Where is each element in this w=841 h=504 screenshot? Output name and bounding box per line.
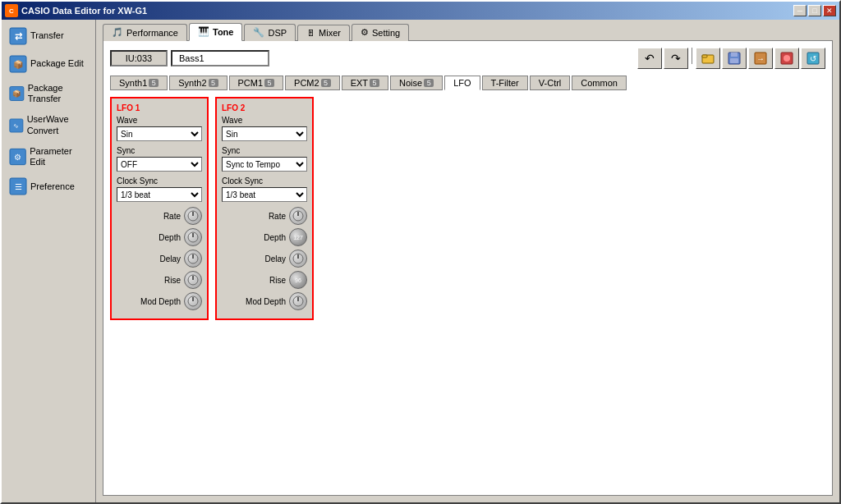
lfo2-rise-knob[interactable]: 96	[289, 271, 307, 289]
lfo-container: LFO 1 Wave Sin Triangle Saw Up Saw Down …	[110, 97, 825, 320]
lfo1-clock-select[interactable]: 1/3 beat 1/4 beat 1/2 beat 1 beat 2 beat	[117, 187, 202, 202]
mixer-tab-label: Mixer	[319, 28, 341, 38]
lfo1-rise-knob[interactable]	[184, 271, 202, 289]
knob-depth-icon	[187, 231, 199, 243]
sub-tab-pcm1[interactable]: PCM1 5	[229, 76, 284, 90]
lfo2-depth-knob[interactable]: 127	[289, 228, 307, 246]
lfo1-delay-knob[interactable]	[184, 250, 202, 268]
lfo2-clock-select[interactable]: 1/3 beat 1/4 beat 1/2 beat 1 beat 2 beat	[222, 187, 307, 202]
sidebar-item-userwave-convert[interactable]: ∿ UserWave Convert	[3, 110, 94, 140]
maximize-button[interactable]: □	[808, 5, 821, 16]
toolbar-right: ↶ ↷	[637, 48, 825, 69]
sidebar-item-package-transfer[interactable]: 📦 Package Transfer	[3, 79, 94, 108]
lfo2-wave-select[interactable]: Sin Triangle Saw Up Saw Down Square Rand…	[222, 126, 307, 141]
sidebar-label-package-transfer: Package Transfer	[28, 83, 88, 104]
sidebar: ⇄ Transfer 📦 Package Edit 📦 Package Tran…	[2, 20, 96, 502]
performance-tab-icon: 🎵	[112, 27, 123, 38]
dsp-tab-icon: 🔧	[253, 27, 264, 38]
tone-tab-label: Tone	[213, 27, 233, 37]
setting-tab-icon: ⚙	[361, 27, 369, 38]
ext-label: EXT	[351, 78, 368, 88]
lfo2-rise-label: Rise	[269, 276, 286, 285]
lfo1-box: LFO 1 Wave Sin Triangle Saw Up Saw Down …	[110, 97, 209, 320]
lfo1-clock-label: Clock Sync	[117, 176, 202, 186]
minimize-button[interactable]: ─	[793, 5, 807, 16]
toolbar-separator-1	[692, 48, 692, 64]
noise-label: Noise	[399, 78, 422, 88]
lfo1-depth-row: Depth	[117, 228, 202, 246]
svg-rect-13	[702, 55, 707, 57]
sub-tab-tfilter[interactable]: T-Filter	[482, 76, 528, 90]
transfer-icon: ⇄	[9, 27, 27, 45]
window-title: CASIO Data Editor for XW-G1	[21, 6, 147, 16]
lfo2-delay-row: Delay	[222, 250, 307, 268]
svg-text:📦: 📦	[13, 59, 24, 70]
app-icon: C	[5, 4, 18, 17]
sidebar-label-userwave-convert: UserWave Convert	[27, 114, 88, 135]
lfo2-box: LFO 2 Wave Sin Triangle Saw Up Saw Down …	[215, 97, 314, 320]
refresh-button[interactable]: ↺	[801, 48, 825, 69]
tab-performance[interactable]: 🎵 Performance	[103, 24, 187, 41]
preference-icon: ☰	[9, 177, 27, 195]
lfo1-moddepth-knob[interactable]	[184, 292, 202, 310]
close-button[interactable]: ✕	[823, 5, 836, 16]
svg-text:📦: 📦	[12, 90, 21, 99]
main-tabs-bar: 🎵 Performance 🎹 Tone 🔧 DSP 🎚 Mixer ⚙	[96, 20, 839, 40]
lfo1-rate-knob[interactable]	[184, 207, 202, 225]
knob-rise-icon	[187, 274, 199, 286]
sidebar-item-transfer[interactable]: ⇄ Transfer	[3, 23, 94, 49]
sidebar-item-package-edit[interactable]: 📦 Package Edit	[3, 51, 94, 77]
tab-setting[interactable]: ⚙ Setting	[352, 24, 409, 41]
knob-moddepth-icon	[187, 296, 199, 307]
lfo2-rise-value: 96	[295, 277, 301, 283]
undo-button[interactable]: ↶	[637, 48, 662, 69]
tab-tone[interactable]: 🎹 Tone	[189, 23, 242, 41]
userwave-icon: ∿	[9, 117, 24, 135]
lfo1-moddepth-row: Mod Depth	[117, 292, 202, 310]
lfo1-rate-row: Rate	[117, 207, 202, 225]
lfo1-sync-select[interactable]: OFF ON Sync to Tempo	[117, 157, 202, 172]
tab-dsp[interactable]: 🔧 DSP	[244, 24, 296, 41]
tab-mixer[interactable]: 🎚 Mixer	[297, 25, 350, 41]
sub-tab-synth1[interactable]: Synth1 5	[110, 76, 168, 90]
sub-tab-lfo[interactable]: LFO	[444, 76, 480, 90]
lfo1-depth-label: Depth	[159, 233, 181, 242]
redo-button[interactable]: ↷	[664, 48, 688, 69]
preset-name-input[interactable]	[171, 50, 269, 66]
lfo2-sync-label: Sync	[222, 146, 307, 155]
lfo-label: LFO	[453, 78, 471, 88]
lfo2-delay-knob[interactable]	[289, 250, 307, 268]
save-button[interactable]	[722, 48, 747, 69]
lfo1-delay-row: Delay	[117, 250, 202, 268]
lfo1-wave-row: Wave Sin Triangle Saw Up Saw Down Square…	[117, 116, 202, 141]
sub-tab-noise[interactable]: Noise 5	[390, 76, 443, 90]
sub-tab-pcm2[interactable]: PCM2 5	[285, 76, 340, 90]
lfo1-depth-knob[interactable]	[184, 228, 202, 246]
synth1-badge: 5	[149, 79, 159, 87]
sub-tab-vctrl[interactable]: V-Ctrl	[530, 76, 571, 90]
sidebar-item-preference[interactable]: ☰ Preference	[3, 173, 94, 199]
open-button[interactable]	[696, 48, 720, 69]
knob-indicator-icon	[187, 210, 199, 222]
export-button[interactable]: →	[748, 48, 773, 69]
lfo2-sync-select[interactable]: OFF ON Sync to Tempo	[222, 157, 307, 172]
sidebar-item-parameter-edit[interactable]: ⚙ Parameter Edit	[3, 142, 94, 172]
lfo1-title: LFO 1	[117, 103, 202, 112]
pcm1-label: PCM1	[238, 78, 264, 88]
package-edit-icon: 📦	[9, 55, 27, 73]
lfo2-moddepth-knob[interactable]	[289, 292, 307, 310]
sub-tab-ext[interactable]: EXT 5	[342, 76, 388, 90]
lfo1-clock-row: Clock Sync 1/3 beat 1/4 beat 1/2 beat 1 …	[117, 176, 202, 202]
record-button[interactable]	[774, 48, 799, 69]
lfo1-moddepth-label: Mod Depth	[140, 297, 181, 306]
lfo1-wave-select[interactable]: Sin Triangle Saw Up Saw Down Square Rand…	[117, 126, 202, 141]
save-icon	[728, 52, 741, 65]
common-label: Common	[581, 78, 618, 88]
noise-badge: 5	[424, 79, 434, 87]
package-transfer-icon: 📦	[9, 85, 25, 103]
lfo2-rate-knob[interactable]	[289, 207, 307, 225]
vctrl-label: V-Ctrl	[539, 78, 562, 88]
svg-text:⚙: ⚙	[14, 153, 21, 162]
sub-tab-synth2[interactable]: Synth2 5	[169, 76, 227, 90]
sub-tab-common[interactable]: Common	[572, 76, 627, 90]
